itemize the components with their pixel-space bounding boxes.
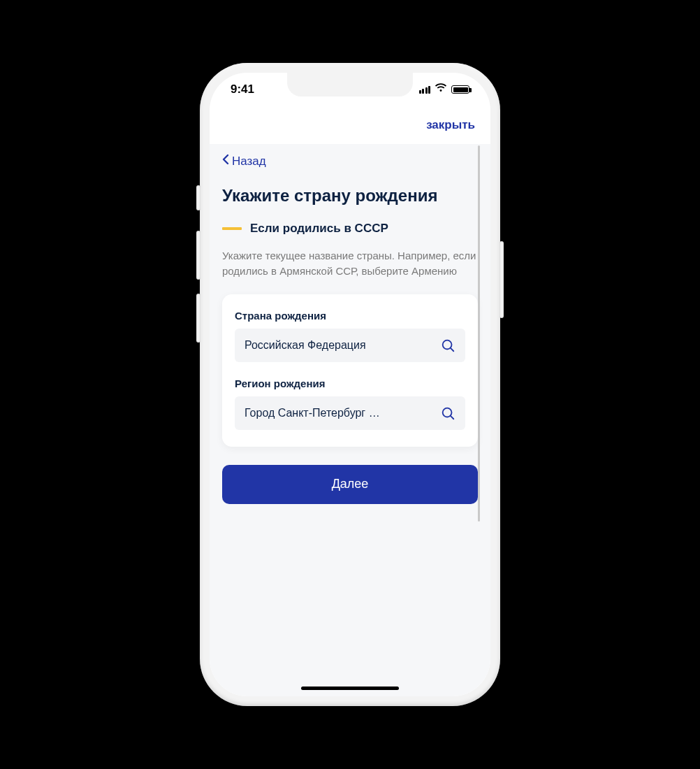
- next-button[interactable]: Далее: [222, 465, 478, 504]
- subheading-text: Если родились в СССР: [250, 222, 388, 236]
- search-icon: [440, 338, 455, 353]
- accent-dash-icon: [222, 227, 242, 230]
- back-button[interactable]: Назад: [222, 154, 266, 168]
- region-field: Регион рождения Город Санкт-Петербург …: [235, 378, 465, 430]
- scrollbar[interactable]: [478, 145, 480, 522]
- hint-text: Укажите текущее название страны. Наприме…: [222, 248, 478, 279]
- search-icon: [440, 405, 455, 421]
- cellular-signal-icon: [419, 85, 431, 94]
- region-select[interactable]: Город Санкт-Петербург …: [235, 396, 465, 430]
- phone-power-button: [500, 241, 504, 318]
- country-field: Страна рождения Российская Федерация: [235, 310, 465, 362]
- country-select[interactable]: Российская Федерация: [235, 329, 465, 362]
- phone-volume-down: [196, 294, 200, 343]
- phone-frame: 9:41: [200, 63, 500, 706]
- home-indicator[interactable]: [301, 687, 399, 690]
- region-value: Город Санкт-Петербург …: [245, 407, 440, 419]
- subheading-row: Если родились в СССР: [222, 222, 478, 236]
- chevron-left-icon: [222, 154, 229, 168]
- svg-line-3: [451, 415, 454, 419]
- back-label: Назад: [232, 154, 266, 168]
- screen: 9:41: [210, 73, 490, 696]
- battery-icon: [451, 85, 469, 94]
- notch: [287, 73, 413, 96]
- phone-volume-up: [196, 231, 200, 280]
- country-value: Российская Федерация: [245, 339, 440, 352]
- status-time: 9:41: [231, 82, 254, 96]
- page-title: Укажите страну рождения: [222, 185, 478, 206]
- close-button[interactable]: закрыть: [426, 118, 475, 132]
- page-body: Назад Укажите страну рождения Если родил…: [210, 144, 490, 696]
- form-card: Страна рождения Российская Федерация: [222, 294, 478, 447]
- phone-mute-switch: [196, 185, 200, 210]
- wifi-icon: [435, 82, 447, 96]
- region-label: Регион рождения: [235, 378, 465, 389]
- top-nav: закрыть: [210, 106, 490, 144]
- svg-line-1: [451, 347, 454, 351]
- country-label: Страна рождения: [235, 310, 465, 322]
